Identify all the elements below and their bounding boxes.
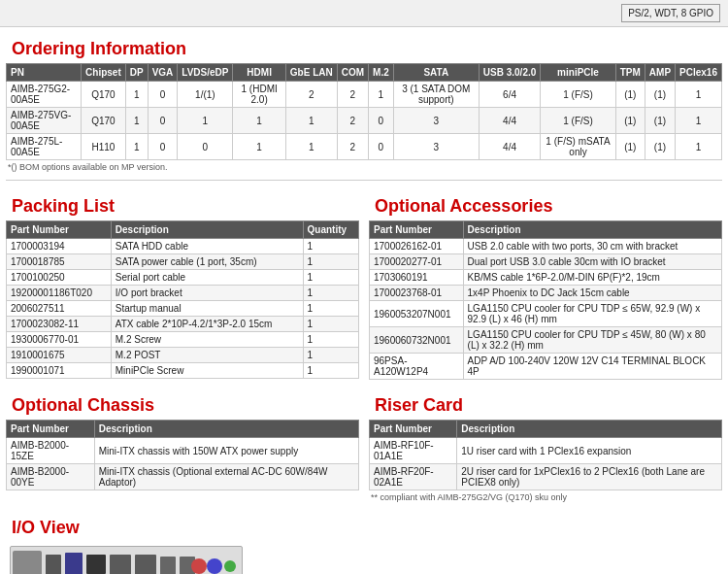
packing-title: Packing List — [6, 196, 359, 217]
svg-rect-0 — [13, 551, 42, 574]
ordering-col-vga: VGA — [148, 64, 178, 82]
accessories-table: Part Number Description 1700026162-01USB… — [369, 220, 722, 380]
ordering-col-usb: USB 3.0/2.0 — [479, 64, 540, 82]
packing-col-qty: Quantity — [303, 221, 358, 239]
accessories-title: Optional Accessories — [369, 196, 722, 217]
ordering-col-tpm: TPM — [615, 64, 645, 82]
ordering-col-pn: PN — [7, 64, 82, 82]
ordering-col-hdmi: HDMI — [233, 64, 285, 82]
packing-table: Part Number Description Quantity 1700003… — [6, 220, 359, 379]
table-row: 2006027511Startup manual1 — [7, 301, 359, 317]
io-diagram — [10, 546, 243, 574]
table-row: AIMB-275G2-00A5EQ170101/(1)1 (HDMI 2.0)2… — [7, 82, 722, 108]
ordering-title: Ordering Information — [6, 39, 722, 59]
chassis-col-desc: Description — [94, 421, 358, 438]
table-row: AIMB-RF20F-02A1E2U riser card for 1xPCle… — [370, 464, 722, 490]
chassis-title: Optional Chassis — [6, 395, 359, 416]
riser-col: Riser Card Part Number Description AIMB-… — [369, 388, 722, 502]
ps2-spec: PS/2, WDT, 8 GPIO — [621, 4, 720, 22]
svg-rect-7 — [110, 555, 131, 574]
bom-note: *() BOM options available on MP version. — [6, 162, 722, 172]
acc-col-desc: Description — [463, 221, 721, 239]
chassis-col: Optional Chassis Part Number Description… — [6, 388, 359, 502]
table-row: 19200001186T020I/O port bracket1 — [7, 286, 359, 301]
ordering-col-minipcie: miniPCle — [541, 64, 615, 82]
ordering-col-m2: M.2 — [369, 64, 394, 82]
table-row: AIMB-B2000-00YEMini-ITX chassis (Optiona… — [7, 464, 359, 490]
svg-point-14 — [207, 558, 222, 574]
packing-col: Packing List Part Number Description Qua… — [6, 188, 359, 380]
ordering-col-dp: DP — [125, 64, 148, 82]
table-row: 1700023768-011x4P Phoenix to DC Jack 15c… — [370, 286, 722, 301]
table-row: AIMB-275L-00A5EH110100112034/41 (F/S) mS… — [7, 134, 722, 160]
riser-table: Part Number Description AIMB-RF10F-01A1E… — [369, 420, 722, 490]
riser-col-partnum: Part Number — [370, 421, 457, 438]
table-row: 1700003194SATA HDD cable1 — [7, 239, 359, 254]
table-row: 1700100250Serial port cable1 — [7, 270, 359, 286]
divider-1 — [6, 180, 722, 181]
table-row: 1700020277-01Dual port USB 3.0 cable 30c… — [370, 254, 722, 270]
chassis-col-partnum: Part Number — [7, 421, 95, 438]
table-row: AIMB-275VG-00A5EQ170101112034/41 (F/S)(1… — [7, 108, 722, 134]
table-row: 96PSA-A120W12P4ADP A/D 100-240V 120W 12V… — [370, 354, 722, 380]
svg-rect-9 — [160, 557, 176, 574]
riser-title: Riser Card — [369, 395, 722, 416]
top-bar: PS/2, WDT, 8 GPIO — [0, 0, 728, 27]
ordering-col-com: COM — [337, 64, 368, 82]
chassis-riser-row: Optional Chassis Part Number Description… — [0, 384, 728, 506]
io-ports-display — [6, 542, 722, 574]
io-section: I/O View — [0, 506, 728, 574]
riser-note: ** compliant with AIMB-275G2/VG (Q170) s… — [369, 492, 722, 502]
table-row: 1960053207N001LGA1150 CPU cooler for CPU… — [370, 301, 722, 327]
svg-rect-1 — [46, 555, 61, 574]
table-row: 1910001675M.2 POST1 — [7, 348, 359, 363]
table-row: AIMB-RF10F-01A1E1U riser card with 1 PCl… — [370, 438, 722, 464]
table-row: 1700026162-01USB 2.0 cable with two port… — [370, 239, 722, 254]
table-row: 1990001071MiniPCle Screw1 — [7, 363, 359, 379]
chassis-table: Part Number Description AIMB-B2000-15ZEM… — [6, 420, 359, 490]
ordering-table: PN Chipset DP VGA LVDS/eDP HDMI GbE LAN … — [6, 63, 722, 160]
acc-col-partnum: Part Number — [370, 221, 464, 239]
table-row: 1930006770-01M.2 Screw1 — [7, 332, 359, 348]
svg-point-13 — [191, 558, 207, 574]
ordering-col-gbe: GbE LAN — [285, 64, 337, 82]
ordering-col-lvds: LVDS/eDP — [178, 64, 233, 82]
ordering-col-amp: AMP — [645, 64, 675, 82]
ordering-col-chipset: Chipset — [82, 64, 126, 82]
table-row: 1960060732N001LGA1150 CPU cooler for CPU… — [370, 327, 722, 354]
ordering-col-pcle: PClex16 — [676, 64, 722, 82]
table-row: AIMB-B2000-15ZEMini-ITX chassis with 150… — [7, 438, 359, 464]
table-row: 1703060191KB/MS cable 1*6P-2.0/M-DIN 6P(… — [370, 270, 722, 286]
packing-col-partnum: Part Number — [7, 221, 112, 239]
svg-rect-8 — [135, 555, 156, 574]
ordering-col-sata: SATA — [393, 64, 479, 82]
svg-rect-3 — [65, 553, 83, 574]
riser-col-desc: Description — [457, 421, 722, 438]
table-row: 1700023082-11ATX cable 2*10P-4.2/1*3P-2.… — [7, 317, 359, 332]
packing-col-desc: Description — [111, 221, 303, 239]
table-row: 1700018785SATA power cable (1 port, 35cm… — [7, 254, 359, 270]
svg-point-15 — [224, 560, 236, 572]
io-title: I/O View — [6, 518, 722, 538]
ordering-section: Ordering Information PN Chipset DP VGA L… — [0, 27, 728, 176]
svg-rect-5 — [86, 555, 106, 574]
packing-accessories-row: Packing List Part Number Description Qua… — [0, 185, 728, 384]
accessories-col: Optional Accessories Part Number Descrip… — [369, 188, 722, 380]
